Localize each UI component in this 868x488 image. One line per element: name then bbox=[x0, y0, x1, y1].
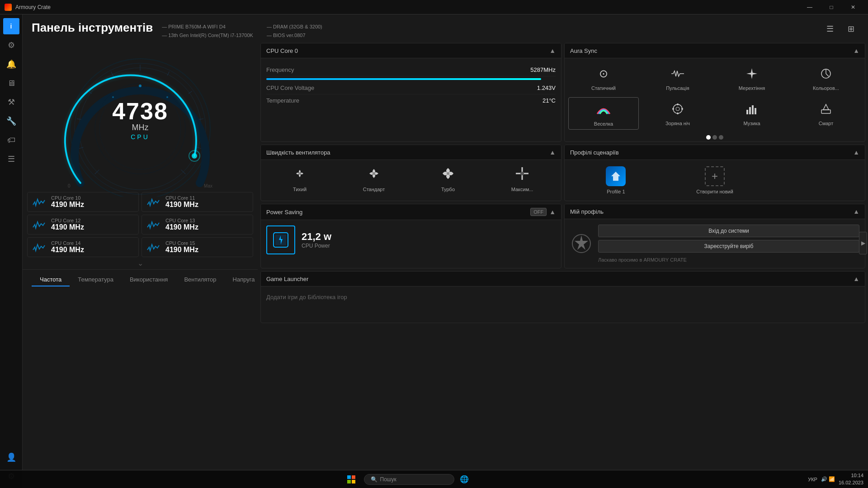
power-icon-box bbox=[266, 225, 295, 254]
fan-quiet-icon bbox=[292, 166, 307, 184]
sidebar-item-user[interactable]: 👤 bbox=[3, 449, 19, 465]
start-button[interactable] bbox=[342, 472, 360, 487]
tab-fan[interactable]: Вентилятор bbox=[176, 273, 224, 286]
sidebar-item-tools[interactable]: ⚒ bbox=[3, 94, 19, 110]
register-button[interactable]: Зареєструйте виріб bbox=[598, 240, 859, 253]
cpu-core0-widget: CPU Core 0 ▲ Frequency 5287MHz CPU Core … bbox=[260, 43, 561, 142]
cpu-core0-body: Frequency 5287MHz CPU Core Voltage 1.243… bbox=[261, 58, 561, 112]
svg-point-14 bbox=[192, 153, 197, 159]
aura-mode-pulse[interactable]: Пульсація bbox=[642, 62, 713, 94]
sidebar-item-devices[interactable]: ⚙ bbox=[3, 37, 19, 53]
tab-frequency[interactable]: Частота bbox=[32, 273, 70, 286]
game-launcher-collapse[interactable]: ▲ bbox=[853, 275, 859, 282]
welcome-text: Ласкаво просимо в ARMOURY CRATE bbox=[598, 257, 859, 263]
profile-1[interactable]: Profile 1 bbox=[568, 164, 664, 197]
tab-voltage[interactable]: Напруга bbox=[225, 273, 263, 286]
power-title: Power Saving bbox=[266, 209, 302, 216]
taskbar-right: УКР 🔊 📶 10:14 16.02.2023 bbox=[808, 472, 863, 486]
gauge-container: 4738 MHz CPU 0 Max bbox=[41, 43, 240, 197]
svg-rect-30 bbox=[752, 105, 754, 114]
fan-mode-turbo[interactable]: Турбо bbox=[413, 164, 483, 195]
tab-usage[interactable]: Використання bbox=[122, 273, 176, 286]
fan-mode-quiet[interactable]: Тихий bbox=[264, 164, 335, 195]
freq-label: Frequency bbox=[266, 66, 294, 73]
freq-row: Frequency 5287MHz bbox=[266, 64, 556, 76]
aura-mode-starry[interactable]: Зоряна ніч bbox=[642, 97, 713, 130]
grid-view-button[interactable]: ⊞ bbox=[843, 21, 859, 37]
maximize-button[interactable]: □ bbox=[821, 0, 842, 14]
sidebar-item-info[interactable]: i bbox=[3, 18, 19, 34]
color-icon bbox=[817, 65, 835, 83]
side-scroll-arrow[interactable]: ▶ bbox=[859, 232, 867, 254]
taskbar-search-box[interactable]: 🔍 Пошук bbox=[364, 474, 454, 485]
core-11-freq: 4190 MHz bbox=[165, 201, 248, 209]
core-14-info: CPU Core 14 4190 MHz bbox=[51, 240, 134, 254]
list-view-button[interactable]: ☰ bbox=[822, 21, 838, 37]
sidebar-item-monitor[interactable]: 🖥 bbox=[3, 75, 19, 91]
core-14-name: CPU Core 14 bbox=[51, 240, 134, 246]
fan-speed-header: Швидкість вентилятора ▲ bbox=[261, 145, 561, 160]
aura-dot-1[interactable] bbox=[706, 135, 711, 140]
fan-mode-max[interactable]: Максим... bbox=[487, 164, 557, 195]
aura-mode-static[interactable]: ⊙ Статичний bbox=[568, 62, 639, 94]
profile-create[interactable]: + Створити новий bbox=[667, 164, 763, 197]
voltage-value: 1.243V bbox=[537, 84, 556, 91]
sidebar-item-notifications[interactable]: 🔔 bbox=[3, 56, 19, 72]
profiles-collapse[interactable]: ▲ bbox=[853, 149, 859, 156]
tab-temperature[interactable]: Температура bbox=[70, 273, 122, 286]
core-item-13: CPU Core 13 4190 MHz bbox=[142, 215, 253, 235]
power-toggle[interactable]: OFF bbox=[530, 208, 547, 216]
my-profile-collapse[interactable]: ▲ bbox=[853, 208, 859, 215]
system-info-right: — DRAM (32GB & 3200) — BIOS ver.0807 bbox=[267, 21, 322, 39]
aura-mode-music[interactable]: Музика bbox=[717, 97, 787, 130]
core-wave-icon-15 bbox=[146, 241, 161, 253]
scroll-down-indicator: ⌄ bbox=[136, 257, 145, 269]
app-container: i ⚙ 🔔 🖥 ⚒ 🔧 🏷 ☰ 👤 ⚙ Панель інструментів … bbox=[0, 14, 868, 488]
game-launcher-title: Game Launcher bbox=[266, 276, 308, 282]
voltage-row: CPU Core Voltage 1.243V bbox=[266, 82, 556, 94]
aura-dot-3[interactable] bbox=[719, 135, 723, 140]
profiles-grid: Profile 1 + Створити новий bbox=[565, 160, 865, 201]
fan-mode-standard[interactable]: Стандарт bbox=[339, 164, 409, 195]
aura-sync-widget: Aura Sync ▲ ⊙ Статичний Пульсація bbox=[564, 43, 865, 142]
aura-sync-header: Aura Sync ▲ bbox=[565, 43, 865, 58]
core-15-name: CPU Core 15 bbox=[165, 240, 248, 246]
aura-mode-smart[interactable]: Смарт bbox=[791, 97, 861, 130]
profiles-title: Профілі сценаріїв bbox=[570, 149, 619, 156]
close-button[interactable]: ✕ bbox=[843, 0, 863, 14]
profile-1-icon bbox=[606, 166, 626, 186]
header-left: Панель інструментів — PRIME B760M-A WIFI… bbox=[32, 21, 322, 39]
gauge-min-label: 0 bbox=[68, 183, 71, 188]
left-panel: 4738 MHz CPU 0 Max bbox=[23, 43, 258, 488]
core-12-freq: 4190 MHz bbox=[51, 223, 134, 231]
taskbar-icons: 🔊 📶 bbox=[821, 476, 835, 482]
sidebar-item-menu[interactable]: ☰ bbox=[3, 151, 19, 167]
create-label: Створити новий bbox=[696, 189, 733, 194]
sidebar-item-label[interactable]: 🏷 bbox=[3, 132, 19, 148]
cores-grid: CPU Core 10 4190 MHz CPU Core 11 4190 MH… bbox=[23, 192, 258, 257]
svg-rect-45 bbox=[347, 475, 351, 479]
login-button[interactable]: Вхід до системи bbox=[598, 225, 859, 237]
sidebar-item-wrench[interactable]: 🔧 bbox=[3, 113, 19, 129]
aura-dots bbox=[565, 133, 865, 141]
profile-buttons: Вхід до системи Зареєструйте виріб Ласка… bbox=[598, 225, 859, 263]
svg-point-35 bbox=[373, 172, 375, 175]
aura-mode-flicker[interactable]: Мерехтіння bbox=[717, 62, 787, 94]
power-info: 21,2 w CPU Power bbox=[302, 231, 331, 249]
aura-dot-2[interactable] bbox=[712, 135, 717, 140]
fan-max-icon bbox=[515, 166, 529, 184]
aura-mode-color[interactable]: Кольоров... bbox=[791, 62, 861, 94]
svg-point-23 bbox=[676, 107, 679, 111]
sidebar: i ⚙ 🔔 🖥 ⚒ 🔧 🏷 ☰ 👤 ⚙ bbox=[0, 14, 23, 488]
aura-sync-collapse[interactable]: ▲ bbox=[853, 47, 859, 54]
aura-mode-rainbow[interactable]: Веселка bbox=[568, 97, 639, 130]
power-collapse[interactable]: ▲ bbox=[549, 208, 556, 216]
fan-standard-icon bbox=[367, 166, 381, 184]
fan-speed-collapse[interactable]: ▲ bbox=[549, 149, 556, 156]
fan-standard-label: Стандарт bbox=[363, 187, 385, 192]
taskbar-app-icon-browser[interactable]: 🌐 bbox=[458, 473, 471, 486]
minimize-button[interactable]: — bbox=[799, 0, 820, 14]
cpu-core0-collapse[interactable]: ▲ bbox=[549, 47, 556, 54]
profile-logo bbox=[570, 232, 593, 255]
svg-point-41 bbox=[520, 172, 524, 175]
